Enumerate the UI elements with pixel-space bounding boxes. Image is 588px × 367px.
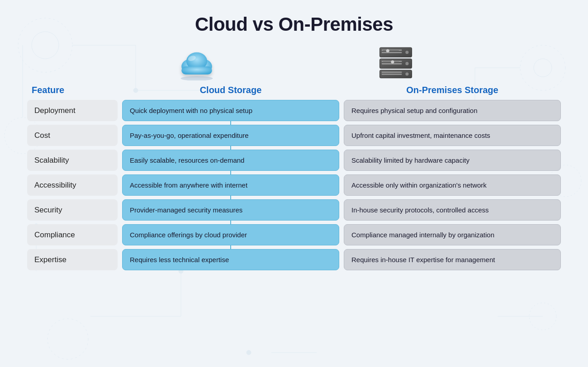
- cloud-cell: Compliance offerings by cloud provider: [122, 224, 339, 245]
- table-row: Accessibility Accessible from anywhere w…: [27, 174, 561, 196]
- cloud-cell: Requires less technical expertise: [122, 249, 339, 270]
- svg-point-20: [529, 303, 556, 330]
- feature-cell: Deployment: [27, 100, 118, 121]
- onprem-cell: Requires physical setup and configuratio…: [344, 100, 561, 121]
- svg-rect-33: [382, 74, 402, 75]
- server-icon: [375, 44, 416, 80]
- table-row: Security Provider-managed security measu…: [27, 199, 561, 221]
- onprem-cell: Compliance managed internally by organiz…: [344, 224, 561, 245]
- svg-rect-32: [382, 71, 402, 73]
- cloud-cell: Pay-as-you-go, operational expenditure: [122, 125, 339, 146]
- svg-point-22: [247, 350, 251, 355]
- icons-row: [18, 44, 570, 80]
- onprem-header: On-Premises Storage: [344, 85, 561, 95]
- feature-cell: Scalability: [27, 150, 118, 171]
- onprem-cell: In-house security protocols, controlled …: [344, 199, 561, 221]
- feature-header: Feature: [27, 85, 118, 95]
- svg-rect-43: [382, 52, 402, 53]
- svg-rect-29: [181, 66, 212, 75]
- table-row: Deployment Quick deployment with no phys…: [27, 100, 561, 121]
- onprem-cell: Requires in-house IT expertise for manag…: [344, 249, 561, 270]
- page-title: Cloud vs On-Premises: [18, 14, 570, 35]
- table-row: Scalability Easily scalable, resources o…: [27, 150, 561, 171]
- onprem-cell: Accessible only within organization's ne…: [344, 174, 561, 196]
- comparison-table: Deployment Quick deployment with no phys…: [18, 100, 570, 270]
- svg-point-40: [391, 61, 394, 64]
- cloud-cell: Easily scalable, resources on-demand: [122, 150, 339, 171]
- cloud-cell: Quick deployment with no physical setup: [122, 100, 339, 121]
- onprem-cell: Upfront capital investment, maintenance …: [344, 125, 561, 146]
- table-row: Expertise Requires less technical expert…: [27, 249, 561, 270]
- feature-cell: Expertise: [27, 249, 118, 270]
- svg-point-44: [405, 51, 408, 54]
- feature-cell: Security: [27, 199, 118, 221]
- svg-point-25: [180, 76, 213, 80]
- table-header: Feature Cloud Storage On-Premises Storag…: [18, 85, 570, 95]
- feature-cell: Compliance: [27, 224, 118, 245]
- cloud-icon: [172, 44, 222, 80]
- table-row: Compliance Compliance offerings by cloud…: [27, 224, 561, 245]
- cloud-header: Cloud Storage: [122, 85, 339, 95]
- cloud-cell: Provider-managed security measures: [122, 199, 339, 221]
- onprem-cell: Scalability limited by hardware capacity: [344, 150, 561, 171]
- table-row: Cost Pay-as-you-go, operational expendit…: [27, 125, 561, 146]
- feature-cell: Cost: [27, 125, 118, 146]
- svg-point-46: [386, 49, 389, 52]
- svg-rect-45: [383, 50, 399, 51]
- feature-cell: Accessibility: [27, 174, 118, 196]
- cloud-cell: Accessible from anywhere with internet: [122, 174, 339, 196]
- svg-point-34: [405, 72, 408, 75]
- svg-point-18: [47, 319, 88, 359]
- svg-point-38: [405, 62, 408, 65]
- svg-rect-39: [383, 61, 399, 62]
